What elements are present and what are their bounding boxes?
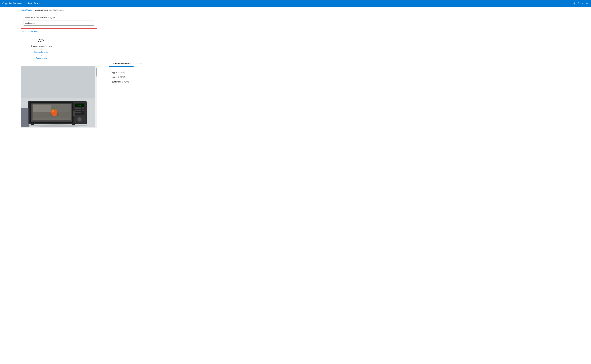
image-scrollbar-thumb[interactable] <box>96 68 97 77</box>
upload-box[interactable]: Drag and drop a file here or Browse for … <box>21 35 62 63</box>
result-item-apple: apple (94.0%) <box>112 70 567 75</box>
svg-rect-21 <box>75 108 78 109</box>
svg-rect-36 <box>21 108 29 127</box>
svg-rect-28 <box>78 112 81 113</box>
svg-point-35 <box>28 124 87 127</box>
svg-point-12 <box>51 109 57 116</box>
svg-rect-32 <box>73 110 74 117</box>
breadcrumb-home-link[interactable]: Vision Studio <box>21 9 32 11</box>
tag-confidence-apple: (94.0%) <box>118 71 125 73</box>
svg-rect-23 <box>82 108 84 109</box>
topbar-brand: Cognitive Services | Vision Studio <box>2 2 40 5</box>
image-preview-container: 00:00 <box>21 66 97 128</box>
model-box-label: Choose the model you want to try out <box>24 17 94 19</box>
gear-icon[interactable]: ⚙ <box>573 2 576 5</box>
left-panel: Choose the model you want to try out con… <box>21 14 103 128</box>
tag-name-apple: apple <box>112 71 117 73</box>
svg-rect-24 <box>75 110 78 111</box>
upload-or-1: or <box>40 48 42 50</box>
result-item-cucumber: cucumber (2.41%) <box>112 79 567 84</box>
main-content: Choose the model you want to try out con… <box>0 13 591 130</box>
result-item-onion: onion (3.58%) <box>112 75 567 79</box>
svg-rect-3 <box>21 98 95 98</box>
model-select-wrapper: contosotest model2 model3 ⌄ <box>24 20 94 26</box>
results-box: apple (94.0%) onion (3.58%) cucumber (2.… <box>109 67 570 123</box>
model-select[interactable]: contosotest model2 model3 <box>24 20 94 26</box>
svg-rect-27 <box>75 112 78 113</box>
topbar: Cognitive Services | Vision Studio ⚙ ? ∨… <box>0 0 591 7</box>
microwave-image: 00:00 <box>21 66 95 127</box>
svg-text:00:00: 00:00 <box>78 105 81 106</box>
tag-confidence-cucumber: (2.41%) <box>122 81 129 83</box>
train-custom-model-link[interactable]: Train a custom model <box>21 30 39 33</box>
browse-file-link[interactable]: Browse for a file <box>34 51 48 53</box>
topbar-separator: | <box>24 2 25 5</box>
chevron-down-icon[interactable]: ∨ <box>582 2 584 5</box>
upload-or-2: or <box>40 54 42 56</box>
model-selection-box: Choose the model you want to try out con… <box>21 14 97 29</box>
app-name: Cognitive Services <box>2 2 22 5</box>
svg-point-13 <box>52 110 54 112</box>
cloud-upload-icon <box>38 38 45 44</box>
svg-rect-9 <box>33 105 51 112</box>
user-icon[interactable]: ☺ <box>586 2 589 5</box>
breadcrumb-separator: > <box>33 9 34 11</box>
svg-rect-26 <box>82 110 84 111</box>
tab-detected-attributes[interactable]: Detected attributes <box>109 61 133 67</box>
breadcrumb: Vision Studio > Extract common tags from… <box>0 7 591 13</box>
upload-drag-text: Drag and drop a file here <box>31 45 52 47</box>
topbar-actions: ⚙ ? ∨ ☺ <box>573 2 589 5</box>
take-photo-link[interactable]: Take a photo <box>36 57 47 59</box>
product-name: Vision Studio <box>27 2 40 5</box>
svg-rect-25 <box>78 110 81 111</box>
tab-json[interactable]: JSON <box>133 61 145 67</box>
breadcrumb-current: Extract common tags from images <box>35 9 64 11</box>
help-icon[interactable]: ? <box>578 2 579 5</box>
result-tabs: Detected attributes JSON <box>109 61 570 67</box>
image-canvas: 00:00 <box>21 66 95 127</box>
right-panel: Detected attributes JSON apple (94.0%) o… <box>109 14 570 128</box>
svg-rect-22 <box>78 108 81 109</box>
tag-name-onion: onion <box>112 76 117 78</box>
tag-confidence-onion: (3.58%) <box>118 76 125 78</box>
tag-name-cucumber: cucumber <box>112 81 121 83</box>
image-scrollbar[interactable] <box>95 66 97 127</box>
